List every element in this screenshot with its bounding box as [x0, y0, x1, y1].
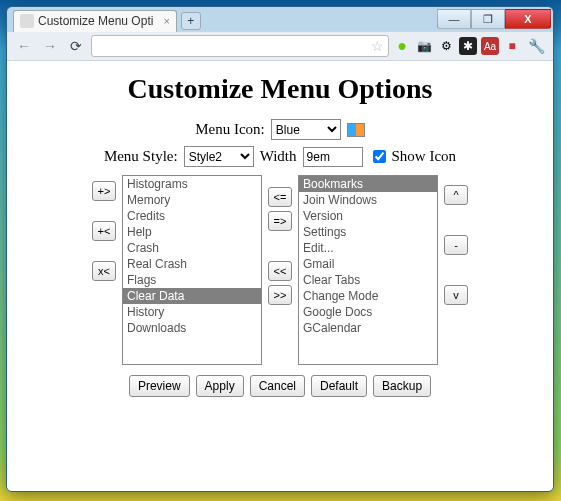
ext-gears-icon[interactable]: ⚙ [437, 37, 455, 55]
list-item[interactable]: Downloads [123, 320, 261, 336]
list-item[interactable]: Version [299, 208, 437, 224]
ext-asterisk-icon[interactable]: ✱ [459, 37, 477, 55]
move-far-left-button[interactable]: << [268, 261, 292, 281]
backup-button[interactable]: Backup [373, 375, 431, 397]
tab-title: Customize Menu Opti [38, 14, 153, 28]
selected-listbox[interactable]: BookmarksJoin WindowsVersionSettingsEdit… [298, 175, 438, 365]
add-all-button[interactable]: +> [92, 181, 116, 201]
list-item[interactable]: Flags [123, 272, 261, 288]
list-item[interactable]: Join Windows [299, 192, 437, 208]
cancel-button[interactable]: Cancel [250, 375, 305, 397]
menu-icon-select[interactable]: Blue [271, 119, 341, 140]
list-item[interactable]: Help [123, 224, 261, 240]
plus-icon: + [187, 14, 194, 28]
ext-red-icon[interactable]: ■ [503, 37, 521, 55]
width-label: Width [260, 148, 297, 165]
list-transfer-area: +> +< x< HistogramsMemoryCreditsHelpCras… [27, 175, 533, 365]
show-icon-checkbox[interactable] [373, 150, 386, 163]
list-item[interactable]: History [123, 304, 261, 320]
show-icon-label[interactable]: Show Icon [369, 147, 457, 166]
titlebar: Customize Menu Opti × + — ❐ X [7, 7, 553, 31]
menu-icon-row: Menu Icon: Blue [27, 119, 533, 140]
maximize-icon: ❐ [483, 13, 493, 26]
list-item[interactable]: Real Crash [123, 256, 261, 272]
wrench-button[interactable]: 🔧 [525, 35, 547, 57]
maximize-button[interactable]: ❐ [471, 9, 505, 29]
list-item[interactable]: Memory [123, 192, 261, 208]
list-item[interactable]: Bookmarks [299, 176, 437, 192]
middle-button-column: <= => << >> [268, 175, 292, 305]
right-button-column: ^ - v [444, 175, 468, 305]
move-down-button[interactable]: v [444, 285, 468, 305]
menu-icon-label: Menu Icon: [195, 121, 265, 138]
default-button[interactable]: Default [311, 375, 367, 397]
action-button-row: Preview Apply Cancel Default Backup [27, 375, 533, 397]
color-preview-icon[interactable] [347, 123, 365, 137]
move-far-right-button[interactable]: >> [268, 285, 292, 305]
left-button-column: +> +< x< [92, 175, 116, 281]
spacer [268, 235, 292, 257]
add-selected-button[interactable]: +< [92, 221, 116, 241]
bookmark-star-icon[interactable]: ☆ [371, 38, 384, 54]
page-title: Customize Menu Options [27, 73, 533, 105]
ext-camera-icon[interactable]: 📷 [415, 37, 433, 55]
menu-style-select[interactable]: Style2 [184, 146, 254, 167]
minimize-button[interactable]: — [437, 9, 471, 29]
favicon [20, 14, 34, 28]
window-controls: — ❐ X [437, 9, 551, 29]
move-right-button[interactable]: => [268, 211, 292, 231]
list-item[interactable]: Clear Tabs [299, 272, 437, 288]
list-item[interactable]: GCalendar [299, 320, 437, 336]
address-bar[interactable]: ☆ [91, 35, 389, 57]
list-item[interactable]: Settings [299, 224, 437, 240]
tab-close-icon[interactable]: × [163, 15, 169, 27]
list-item[interactable]: Change Mode [299, 288, 437, 304]
list-item[interactable]: Google Docs [299, 304, 437, 320]
back-button[interactable]: ← [13, 35, 35, 57]
remove-button[interactable]: x< [92, 261, 116, 281]
browser-tab[interactable]: Customize Menu Opti × [13, 10, 177, 32]
forward-icon: → [43, 38, 57, 54]
back-icon: ← [17, 38, 31, 54]
reload-icon: ⟳ [70, 38, 82, 54]
move-up-button[interactable]: ^ [444, 185, 468, 205]
move-left-button[interactable]: <= [268, 187, 292, 207]
list-item[interactable]: Clear Data [123, 288, 261, 304]
apply-button[interactable]: Apply [196, 375, 244, 397]
browser-toolbar: ← → ⟳ ☆ ● 📷 ⚙ ✱ Aa ■ 🔧 [7, 31, 553, 61]
close-button[interactable]: X [505, 9, 551, 29]
list-item[interactable]: Credits [123, 208, 261, 224]
move-mid-button[interactable]: - [444, 235, 468, 255]
width-input[interactable] [303, 147, 363, 167]
browser-window: Customize Menu Opti × + — ❐ X ← → ⟳ ☆ ● … [6, 6, 554, 492]
ext-aa-icon[interactable]: Aa [481, 37, 499, 55]
menu-style-row: Menu Style: Style2 Width Show Icon [27, 146, 533, 167]
available-listbox[interactable]: HistogramsMemoryCreditsHelpCrashReal Cra… [122, 175, 262, 365]
forward-button[interactable]: → [39, 35, 61, 57]
minimize-icon: — [449, 13, 460, 25]
page-content: Customize Menu Options Menu Icon: Blue M… [7, 61, 553, 491]
reload-button[interactable]: ⟳ [65, 35, 87, 57]
list-item[interactable]: Edit... [299, 240, 437, 256]
new-tab-button[interactable]: + [181, 12, 201, 30]
list-item[interactable]: Crash [123, 240, 261, 256]
ext-green-icon[interactable]: ● [393, 37, 411, 55]
list-item[interactable]: Histograms [123, 176, 261, 192]
close-icon: X [524, 13, 531, 25]
preview-button[interactable]: Preview [129, 375, 190, 397]
list-item[interactable]: Gmail [299, 256, 437, 272]
wrench-icon: 🔧 [528, 38, 545, 54]
menu-style-label: Menu Style: [104, 148, 178, 165]
